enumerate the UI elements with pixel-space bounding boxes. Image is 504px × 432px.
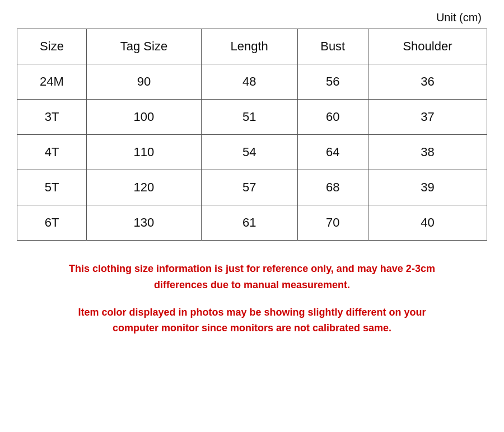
- table-cell: 90: [87, 64, 202, 100]
- table-cell: 64: [297, 135, 368, 170]
- table-header-cell: Length: [201, 29, 297, 64]
- table-cell: 24M: [17, 64, 87, 100]
- table-cell: 36: [368, 64, 487, 100]
- table-row: 6T130617040: [17, 205, 487, 241]
- disclaimer-measurement: This clothing size information is just f…: [69, 261, 435, 293]
- table-cell: 4T: [17, 135, 87, 170]
- table-cell: 37: [368, 100, 487, 135]
- table-cell: 40: [368, 205, 487, 241]
- table-cell: 120: [87, 170, 202, 205]
- table-cell: 3T: [17, 100, 87, 135]
- table-header-cell: Tag Size: [87, 29, 202, 64]
- table-cell: 61: [201, 205, 297, 241]
- size-table: SizeTag SizeLengthBustShoulder 24M904856…: [17, 29, 487, 241]
- table-cell: 60: [297, 100, 368, 135]
- table-row: 3T100516037: [17, 100, 487, 135]
- table-cell: 110: [87, 135, 202, 170]
- table-cell: 5T: [17, 170, 87, 205]
- table-header-cell: Shoulder: [368, 29, 487, 64]
- table-header-cell: Size: [17, 29, 87, 64]
- table-cell: 54: [201, 135, 297, 170]
- table-cell: 100: [87, 100, 202, 135]
- table-cell: 38: [368, 135, 487, 170]
- table-cell: 51: [201, 100, 297, 135]
- table-cell: 68: [297, 170, 368, 205]
- table-cell: 130: [87, 205, 202, 241]
- unit-label: Unit (cm): [436, 11, 487, 24]
- table-row: 24M90485636: [17, 64, 487, 100]
- table-cell: 57: [201, 170, 297, 205]
- table-cell: 6T: [17, 205, 87, 241]
- disclaimer-section: This clothing size information is just f…: [69, 261, 435, 348]
- table-header-row: SizeTag SizeLengthBustShoulder: [17, 29, 487, 64]
- table-cell: 48: [201, 64, 297, 100]
- table-cell: 70: [297, 205, 368, 241]
- disclaimer-color: Item color displayed in photos may be sh…: [69, 304, 435, 337]
- table-row: 5T120576839: [17, 170, 487, 205]
- table-header-cell: Bust: [297, 29, 368, 64]
- table-cell: 39: [368, 170, 487, 205]
- table-cell: 56: [297, 64, 368, 100]
- table-row: 4T110546438: [17, 135, 487, 170]
